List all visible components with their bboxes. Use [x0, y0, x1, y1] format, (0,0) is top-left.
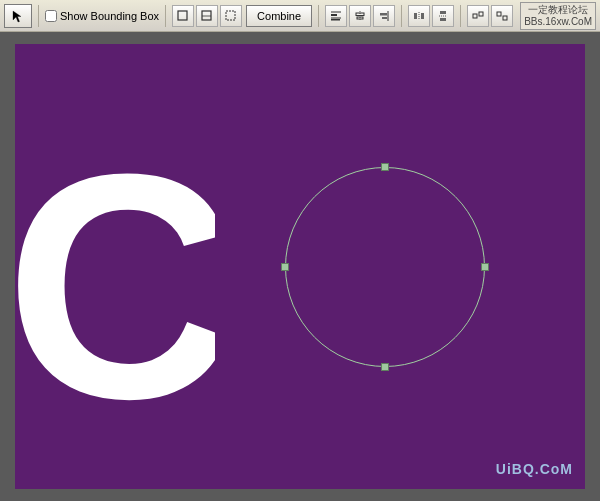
separator-2 — [165, 5, 166, 27]
rect-icon-3[interactable] — [220, 5, 242, 27]
watermark: 一定教程论坛 BBs.16xw.CoM — [520, 2, 596, 30]
show-bounding-box-checkbox[interactable] — [45, 10, 57, 22]
svg-rect-13 — [382, 17, 387, 19]
handle-bottom[interactable] — [381, 363, 389, 371]
extra-icon-1[interactable] — [467, 5, 489, 27]
svg-rect-20 — [473, 14, 477, 18]
select-tool-button[interactable] — [4, 4, 32, 28]
svg-text:C: C — [15, 107, 215, 427]
toolbar: Show Bounding Box Combine — [0, 0, 600, 32]
svg-rect-21 — [479, 12, 483, 16]
separator-5 — [460, 5, 461, 27]
svg-rect-5 — [331, 14, 337, 16]
align-center-icon[interactable] — [349, 5, 371, 27]
svg-rect-3 — [226, 11, 235, 20]
rect-icon-2[interactable] — [196, 5, 218, 27]
combine-label: Combine — [257, 10, 301, 22]
canvas-watermark-text: UiBQ.CoM — [496, 461, 573, 477]
svg-rect-12 — [380, 13, 387, 16]
handle-left[interactable] — [281, 263, 289, 271]
watermark-line2: BBs.16xw.CoM — [524, 16, 592, 28]
handle-right[interactable] — [481, 263, 489, 271]
show-bounding-box-text: Show Bounding Box — [60, 10, 159, 22]
letter-c: C — [15, 107, 215, 427]
svg-rect-14 — [414, 13, 417, 19]
svg-rect-1 — [202, 11, 211, 20]
align-left-icon[interactable] — [325, 5, 347, 27]
svg-rect-9 — [356, 13, 364, 16]
handle-top[interactable] — [381, 163, 389, 171]
dist-v-icon[interactable] — [432, 5, 454, 27]
show-bounding-box-label[interactable]: Show Bounding Box — [45, 10, 159, 22]
extra-icon-2[interactable] — [491, 5, 513, 27]
separator-3 — [318, 5, 319, 27]
svg-rect-18 — [440, 18, 446, 21]
icon-group-1 — [172, 5, 242, 27]
circle-outline — [285, 167, 485, 367]
design-canvas[interactable]: C UiBQ.CoM — [15, 44, 585, 489]
align-right-icon[interactable] — [373, 5, 395, 27]
separator-1 — [38, 5, 39, 27]
icon-group-2 — [325, 5, 395, 27]
canvas-area: C UiBQ.CoM — [0, 32, 600, 501]
combine-button[interactable]: Combine — [246, 5, 312, 27]
icon-group-4 — [467, 5, 513, 27]
rect-icon-1[interactable] — [172, 5, 194, 27]
separator-4 — [401, 5, 402, 27]
icon-group-3 — [408, 5, 454, 27]
circle-selection[interactable] — [285, 167, 485, 367]
canvas-watermark: UiBQ.CoM — [496, 461, 573, 477]
svg-rect-0 — [178, 11, 187, 20]
svg-rect-17 — [440, 11, 446, 14]
watermark-line1: 一定教程论坛 — [528, 4, 588, 16]
svg-rect-7 — [331, 19, 340, 21]
dist-h-icon[interactable] — [408, 5, 430, 27]
svg-rect-22 — [497, 12, 501, 16]
svg-rect-15 — [421, 13, 424, 19]
svg-rect-23 — [503, 16, 507, 20]
